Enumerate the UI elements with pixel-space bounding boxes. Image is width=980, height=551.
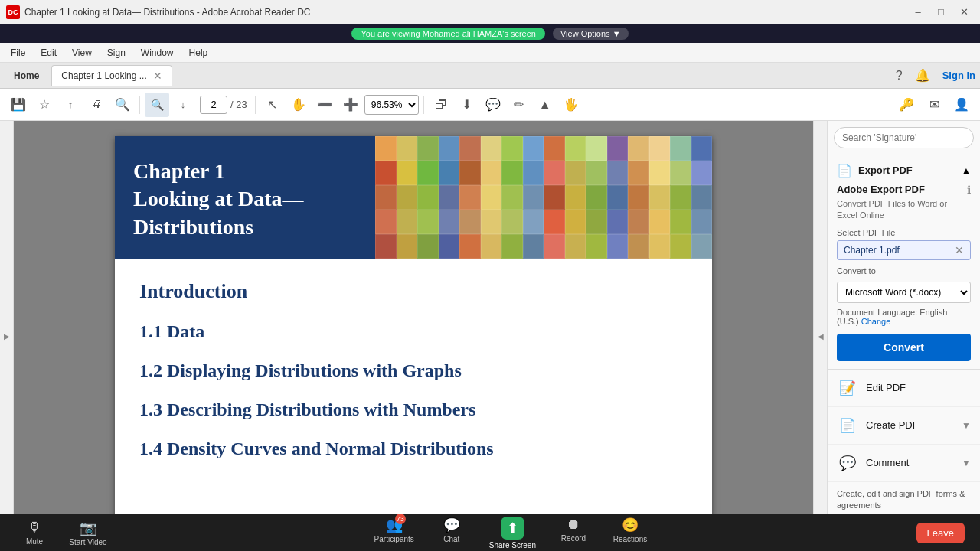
- taskbar-record[interactable]: ⏺ Record: [554, 517, 593, 549]
- convert-to-label: Convert to: [837, 266, 971, 276]
- taskbar-share-screen[interactable]: ⬆ Share Screen: [489, 517, 536, 549]
- tab-home-label: Home: [14, 70, 39, 81]
- view-options-button[interactable]: View Options ▼: [553, 28, 629, 40]
- taskbar-chat[interactable]: 💬 Chat: [433, 517, 471, 549]
- export-pdf-icon: 📄: [837, 163, 852, 178]
- record-label: Record: [561, 534, 586, 543]
- menu-edit[interactable]: Edit: [34, 46, 63, 60]
- export-pdf-header[interactable]: 📄 Export PDF ▲: [837, 163, 971, 178]
- edit-pdf-label: Edit PDF: [866, 382, 906, 393]
- tab-chapter1-label: Chapter 1 Looking ...: [61, 70, 146, 81]
- participants-label: Participants: [374, 535, 414, 543]
- left-panel-collapse[interactable]: ▶: [0, 121, 14, 551]
- draw-button[interactable]: ✏: [507, 93, 531, 117]
- reactions-label: Reactions: [613, 535, 647, 543]
- page-navigation: 2 / 23: [200, 96, 247, 114]
- export-pdf-title: Export PDF: [858, 165, 913, 176]
- export-pdf-content: Adobe Export PDF Convert PDF Files to Wo…: [837, 184, 971, 361]
- convert-button[interactable]: Convert: [837, 334, 971, 361]
- markup-button[interactable]: ▲: [533, 93, 557, 117]
- page-number-input[interactable]: 2: [200, 96, 227, 114]
- menu-file[interactable]: File: [5, 46, 31, 60]
- menu-window[interactable]: Window: [135, 46, 180, 60]
- edit-pdf-item[interactable]: 📝 Edit PDF: [828, 370, 980, 407]
- file-chip-remove-button[interactable]: ✕: [955, 244, 964, 256]
- notification-message: You are viewing Mohamed ali HAMZA's scre…: [351, 28, 545, 40]
- adobe-export-title: Adobe Export PDF: [837, 184, 967, 195]
- chat-label: Chat: [443, 535, 459, 543]
- title-bar: DC Chapter 1 Looking at Data— Distributi…: [0, 0, 980, 24]
- taskbar-video[interactable]: 📷 Start Video: [69, 520, 107, 546]
- toolbar: 💾 ☆ ↑ 🖨 🔍 🔍 ↓ 2 / 23 ↖ ✋ ➖ ➕ 96.53% 🗗 ⬇ …: [0, 89, 980, 121]
- change-lang-link[interactable]: Change: [861, 317, 891, 326]
- zoom-select[interactable]: 96.53%: [364, 95, 419, 115]
- share-button[interactable]: ↑: [58, 93, 83, 117]
- zoom-out-button[interactable]: ➖: [312, 93, 337, 117]
- edit-pdf-icon: 📝: [837, 377, 858, 399]
- leave-button[interactable]: Leave: [916, 523, 965, 543]
- comment-button[interactable]: 💬: [481, 93, 505, 117]
- toc-content: Introduction 1.1 Data 1.2 Displaying Dis…: [115, 259, 712, 499]
- comment-label: Comment: [866, 457, 909, 468]
- chapter-title: Chapter 1 Looking at Data— Distributions: [133, 158, 303, 241]
- save-button[interactable]: 💾: [6, 93, 31, 117]
- reactions-icon: 😊: [622, 517, 639, 533]
- right-panel: 📄 Export PDF ▲ Adobe Export PDF Convert …: [827, 121, 980, 551]
- send-button[interactable]: ✉: [922, 93, 946, 117]
- adobe-export-info-icon[interactable]: ℹ: [967, 184, 971, 196]
- help-icon[interactable]: ?: [896, 69, 903, 83]
- share-panel-button[interactable]: 👤: [949, 93, 974, 117]
- page-view-button[interactable]: 🗗: [429, 93, 453, 117]
- comment-item[interactable]: 💬 Comment ▼: [828, 445, 980, 482]
- next-button[interactable]: ↓: [171, 93, 195, 117]
- video-label: Start Video: [69, 538, 106, 546]
- zoom-in-button[interactable]: ➕: [338, 93, 363, 117]
- stamp-button[interactable]: 🖐: [559, 93, 583, 117]
- pdf-area[interactable]: Chapter 1 Looking at Data— Distributions…: [14, 121, 813, 551]
- tab-chapter1[interactable]: Chapter 1 Looking ... ✕: [51, 65, 172, 86]
- right-panel-collapse[interactable]: ◀: [813, 121, 827, 551]
- print-button[interactable]: 🖨: [84, 93, 109, 117]
- comment-arrow-icon: ▼: [962, 458, 971, 468]
- pdf-page: Chapter 1 Looking at Data— Distributions…: [115, 136, 712, 536]
- taskbar-center: 👥 73 Participants 💬 Chat ⬆ Share Screen …: [122, 517, 901, 549]
- scroll-button[interactable]: ⬇: [455, 93, 479, 117]
- share-screen-icon: ⬆: [507, 520, 518, 536]
- taskbar-participants[interactable]: 👥 73 Participants: [374, 517, 414, 549]
- bookmark-button[interactable]: ☆: [32, 93, 57, 117]
- search-button[interactable]: 🔍: [110, 93, 135, 117]
- menu-sign[interactable]: Sign: [101, 46, 132, 60]
- minimize-button[interactable]: –: [908, 5, 928, 19]
- panel-search-input[interactable]: [834, 127, 974, 148]
- collapse-right-icon: ◀: [818, 332, 824, 341]
- taskbar-mute[interactable]: 🎙 Mute: [15, 520, 54, 546]
- hand-tool[interactable]: ✋: [286, 93, 311, 117]
- tab-close-button[interactable]: ✕: [153, 70, 162, 82]
- menu-help[interactable]: Help: [183, 46, 214, 60]
- toolbar-separator-2: [255, 96, 256, 114]
- share-screen-label: Share Screen: [489, 541, 536, 549]
- select-tool[interactable]: ↖: [260, 93, 285, 117]
- menu-view[interactable]: View: [66, 46, 98, 60]
- convert-to-select[interactable]: Microsoft Word (*.docx): [837, 282, 971, 303]
- collapse-left-icon: ▶: [4, 332, 10, 341]
- close-button[interactable]: ✕: [954, 5, 974, 19]
- tab-home[interactable]: Home: [5, 65, 48, 86]
- export-pdf-section: 📄 Export PDF ▲ Adobe Export PDF Convert …: [828, 155, 980, 370]
- adobe-export-subtitle: Convert PDF Files to Word or Excel Onlin…: [837, 198, 967, 222]
- select-file-label: Select PDF File: [837, 228, 971, 237]
- toc-item-12: 1.2 Displaying Distributions with Graphs: [139, 360, 688, 381]
- taskbar-reactions[interactable]: 😊 Reactions: [611, 517, 649, 549]
- tools-panel-button[interactable]: 🔑: [894, 93, 919, 117]
- main-layout: ▶ Chapter 1 Looking at Data— Distributio…: [0, 121, 980, 551]
- toc-item-intro: Introduction: [139, 280, 688, 303]
- notifications-icon[interactable]: 🔔: [915, 68, 930, 83]
- maximize-button[interactable]: □: [931, 5, 951, 19]
- create-pdf-item[interactable]: 📄 Create PDF ▼: [828, 407, 980, 445]
- chapter-title-block: Chapter 1 Looking at Data— Distributions: [115, 136, 375, 259]
- panel-search: [828, 121, 980, 155]
- find-button[interactable]: 🔍: [145, 93, 169, 117]
- mute-icon: 🎙: [28, 520, 41, 535]
- page-total: / 23: [230, 99, 247, 110]
- sign-in-button[interactable]: Sign In: [942, 70, 975, 81]
